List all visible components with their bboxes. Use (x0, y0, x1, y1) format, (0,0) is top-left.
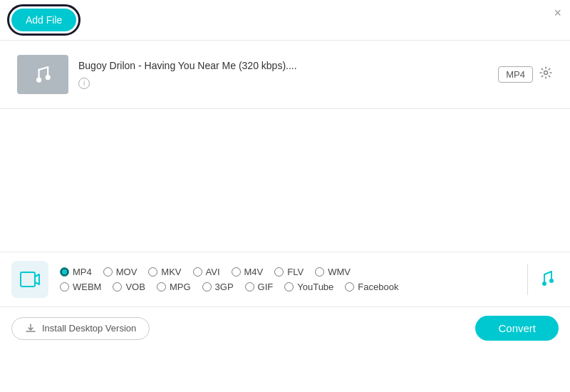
format-label-webm: WEBM (73, 282, 101, 292)
format-option-mkv[interactable]: MKV (148, 267, 181, 277)
install-label: Install Desktop Version (42, 323, 136, 334)
format-label-gif: GIF (258, 282, 274, 292)
format-label-mpg: MPG (170, 282, 191, 292)
download-icon (25, 323, 36, 334)
file-info: Bugoy Drilon - Having You Near Me (320 k… (78, 60, 498, 89)
radio-3gp[interactable] (202, 282, 212, 292)
format-label-wmv: WMV (328, 267, 351, 277)
audio-format-icon (537, 269, 559, 290)
format-option-youtube[interactable]: YouTube (284, 282, 333, 292)
radio-youtube[interactable] (284, 282, 294, 292)
format-option-3gp[interactable]: 3GP (202, 282, 234, 292)
format-option-webm[interactable]: WEBM (60, 282, 101, 292)
settings-button[interactable] (539, 66, 553, 83)
format-option-mov[interactable]: MOV (103, 267, 138, 277)
top-bar: Add File × (0, 0, 570, 41)
music-format-icon-box (527, 264, 559, 295)
action-bar: Install Desktop Version Convert (0, 306, 570, 349)
format-label-mp4: MP4 (73, 267, 92, 277)
format-options-container: MP4 MOV MKV AVI M4V FLV (60, 267, 522, 292)
format-option-mpg[interactable]: MPG (157, 282, 191, 292)
format-label-avi: AVI (206, 267, 220, 277)
radio-mpg[interactable] (157, 282, 166, 292)
format-option-mp4[interactable]: MP4 (60, 267, 92, 277)
close-button[interactable]: × (554, 6, 561, 21)
gear-icon (539, 66, 553, 80)
radio-mov[interactable] (103, 267, 113, 277)
format-label-vob: VOB (125, 282, 145, 292)
radio-wmv[interactable] (315, 267, 324, 277)
radio-facebook[interactable] (345, 282, 354, 292)
svg-point-1 (46, 75, 51, 80)
svg-point-0 (36, 77, 41, 82)
radio-avi[interactable] (193, 267, 202, 277)
format-icon-box (11, 261, 48, 298)
svg-point-2 (544, 71, 548, 75)
radio-vob[interactable] (113, 282, 122, 292)
info-icon[interactable]: i (78, 78, 90, 89)
format-option-avi[interactable]: AVI (193, 267, 220, 277)
format-option-vob[interactable]: VOB (113, 282, 145, 292)
add-file-button[interactable]: Add File (11, 9, 76, 31)
file-item: Bugoy Drilon - Having You Near Me (320 k… (11, 48, 559, 101)
format-label-mkv: MKV (161, 267, 181, 277)
svg-rect-3 (21, 272, 35, 287)
video-format-icon (19, 269, 41, 290)
svg-point-4 (542, 282, 546, 286)
format-label-mov: MOV (116, 267, 138, 277)
format-label-youtube: YouTube (297, 282, 333, 292)
file-actions: MP4 (498, 66, 553, 83)
file-list: Bugoy Drilon - Having You Near Me (320 k… (0, 41, 570, 109)
install-button[interactable]: Install Desktop Version (11, 317, 150, 340)
file-name: Bugoy Drilon - Having You Near Me (320 k… (78, 60, 498, 71)
format-row-1: MP4 MOV MKV AVI M4V FLV (60, 267, 522, 277)
empty-content-area (0, 109, 570, 252)
radio-mkv[interactable] (148, 267, 157, 277)
format-badge[interactable]: MP4 (498, 66, 533, 83)
format-option-m4v[interactable]: M4V (232, 267, 264, 277)
format-option-gif[interactable]: GIF (245, 282, 274, 292)
music-icon (30, 62, 56, 88)
file-thumbnail (17, 55, 68, 94)
radio-webm[interactable] (60, 282, 69, 292)
format-option-flv[interactable]: FLV (274, 267, 304, 277)
format-label-m4v: M4V (244, 267, 264, 277)
radio-mp4[interactable] (60, 267, 69, 277)
radio-m4v[interactable] (232, 267, 241, 277)
format-label-3gp: 3GP (215, 282, 234, 292)
format-label-facebook: Facebook (358, 282, 398, 292)
svg-point-5 (549, 279, 554, 283)
convert-button[interactable]: Convert (475, 316, 559, 341)
format-option-facebook[interactable]: Facebook (345, 282, 398, 292)
format-row-2: WEBM VOB MPG 3GP GIF YouTube (60, 282, 522, 292)
format-option-wmv[interactable]: WMV (315, 267, 351, 277)
radio-gif[interactable] (245, 282, 254, 292)
format-selector: MP4 MOV MKV AVI M4V FLV (0, 252, 570, 306)
format-label-flv: FLV (287, 267, 304, 277)
radio-flv[interactable] (274, 267, 284, 277)
